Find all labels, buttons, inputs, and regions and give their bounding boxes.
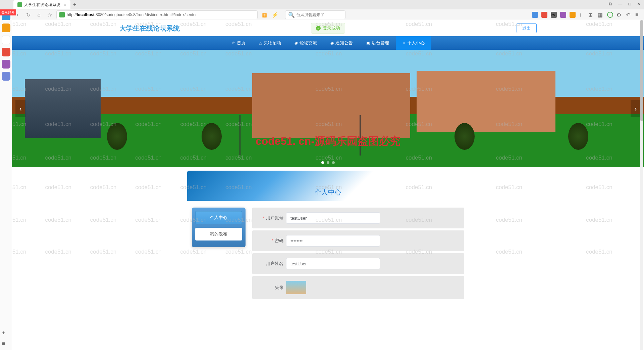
密码-input[interactable] <box>286 235 380 247</box>
undo-icon[interactable]: ↶ <box>626 12 632 18</box>
carousel: ‹ › code51. cn-源码乐园盗图必究 <box>12 50 644 167</box>
url-text: http://localhost:8080/springbootee0s8/fr… <box>67 12 197 17</box>
sidebar-discord-icon[interactable] <box>2 72 10 81</box>
form-label: *密码 <box>258 238 283 244</box>
tree-graphic <box>202 123 222 150</box>
carousel-prev-button[interactable]: ‹ <box>15 100 25 117</box>
browser-tab[interactable]: 大学生在线论坛系统 × <box>13 0 70 9</box>
success-toast: 登录成功 <box>311 23 345 34</box>
sidebar-assistant-icon[interactable] <box>2 60 10 69</box>
browser-chrome: 大学生在线论坛系统 × + ‹ › ↻ ⌂ ☆ http://localhost… <box>0 0 644 20</box>
card-body: 个人中心我的发布 *用户账号*密码用户姓名头像 <box>187 201 469 308</box>
nav-item-论坛交流[interactable]: ◉论坛交流 <box>288 36 324 50</box>
nav-label: 论坛交流 <box>300 40 317 46</box>
url-box[interactable]: http://localhost:8080/springbootee0s8/fr… <box>56 10 258 19</box>
address-bar: ‹ › ↻ ⌂ ☆ http://localhost:8080/springbo… <box>0 9 644 20</box>
用户姓名-input[interactable] <box>286 258 380 269</box>
weibo-icon[interactable] <box>541 12 547 18</box>
tree-graphic <box>568 123 588 150</box>
menu-icon[interactable]: ≡ <box>635 12 641 18</box>
nav-label: 通知公告 <box>335 40 353 46</box>
carousel-dot[interactable] <box>321 161 324 164</box>
tab-bar: 大学生在线论坛系统 × + <box>0 0 644 9</box>
menu-button-我的发布[interactable]: 我的发布 <box>195 228 242 240</box>
content-card: 个人中心 个人中心我的发布 *用户账号*密码用户姓名头像 <box>187 171 469 308</box>
mail-icon[interactable] <box>532 12 538 18</box>
form-row-头像: 头像 <box>252 276 464 299</box>
watermark-red: code51. cn-源码乐园盗图必究 <box>256 134 400 149</box>
toolbar-icons: ✂ ↓ ⊞ ▦ ⚙ ↶ ≡ <box>532 12 641 18</box>
page-content: 大学生在线论坛系统 登录成功 退出 ☆首页△失物招领◉论坛交流◉通知公告▣后台管… <box>12 20 644 308</box>
favorite-button[interactable]: ☆ <box>46 11 54 19</box>
side-menu: 个人中心我的发布 <box>192 208 246 247</box>
tab-close-icon[interactable]: × <box>64 2 66 7</box>
carousel-dot[interactable] <box>327 161 329 164</box>
scrollbar[interactable] <box>640 20 643 311</box>
form-row-用户姓名: 用户姓名 <box>252 253 464 274</box>
nav-item-个人中心[interactable]: ♀个人中心 <box>396 36 431 50</box>
home-button[interactable]: ⌂ <box>35 11 43 19</box>
form-row-用户账号: *用户账号 <box>252 208 464 228</box>
bolt-icon[interactable]: ⚡ <box>271 11 279 19</box>
sidebar-star-icon[interactable] <box>2 24 10 32</box>
apps-icon[interactable]: ▦ <box>598 12 604 18</box>
tab-title: 大学生在线论坛系统 <box>24 2 60 8</box>
puzzle-icon[interactable]: ⊞ <box>588 12 594 18</box>
minimize-icon[interactable]: — <box>618 1 622 7</box>
close-window-icon[interactable]: ✕ <box>637 1 641 7</box>
shield-ext-icon[interactable] <box>570 12 576 18</box>
nav-icon: ◉ <box>330 41 334 45</box>
lamp-graphic <box>239 115 240 156</box>
new-tab-button[interactable]: + <box>73 2 76 8</box>
tree-graphic <box>107 123 127 150</box>
nav-icon: ◉ <box>294 41 298 45</box>
card-header: 个人中心 <box>187 171 469 201</box>
用户账号-input[interactable] <box>286 212 380 224</box>
tab-favicon-icon <box>17 2 22 7</box>
search-input[interactable] <box>296 12 342 17</box>
main-nav: ☆首页△失物招领◉论坛交流◉通知公告▣后台管理♀个人中心 <box>12 36 644 50</box>
sidebar-chat-icon[interactable] <box>2 36 10 44</box>
search-box[interactable]: 🔍 <box>285 10 345 19</box>
form-row-密码: *密码 <box>252 230 464 251</box>
form-label: 用户姓名 <box>258 261 283 267</box>
maximize-icon[interactable]: □ <box>628 1 631 7</box>
nav-icon: ▣ <box>366 41 370 45</box>
carousel-dots <box>321 161 335 164</box>
success-text: 登录成功 <box>323 25 340 31</box>
purple-ext-icon[interactable] <box>560 12 566 18</box>
window-controls: ⧉ — □ ✕ <box>609 1 641 7</box>
gear-icon[interactable]: ⚙ <box>616 12 623 18</box>
nav-label: 首页 <box>237 40 246 46</box>
card-title: 个人中心 <box>315 188 341 197</box>
nav-item-首页[interactable]: ☆首页 <box>225 36 252 50</box>
scrollbar-thumb[interactable] <box>640 20 643 121</box>
nav-item-通知公告[interactable]: ◉通知公告 <box>324 36 360 50</box>
circle-icon[interactable] <box>607 12 613 18</box>
form-area: *用户账号*密码用户姓名头像 <box>252 208 464 301</box>
tab-overview-icon[interactable]: ⧉ <box>609 1 612 7</box>
building-graphic <box>25 79 101 138</box>
site-title: 大学生在线论坛系统 <box>119 24 180 33</box>
site-header: 大学生在线论坛系统 登录成功 退出 <box>12 20 644 36</box>
form-label: 头像 <box>258 285 283 291</box>
qr-icon[interactable]: ▦ <box>260 11 268 19</box>
scissors-icon[interactable]: ✂ <box>551 12 557 18</box>
shield-icon <box>59 12 65 17</box>
carousel-next-button[interactable]: › <box>631 100 641 117</box>
reload-button[interactable]: ↻ <box>24 11 32 19</box>
nav-item-失物招领[interactable]: △失物招领 <box>252 36 288 50</box>
sidebar-ai-icon[interactable] <box>2 48 10 56</box>
login-badge[interactable]: 登录账号 <box>0 9 16 15</box>
avatar-preview[interactable] <box>286 281 306 294</box>
nav-icon: △ <box>259 41 262 45</box>
form-label: *用户账号 <box>258 215 283 221</box>
building-graphic <box>252 73 410 138</box>
menu-button-个人中心[interactable]: 个人中心 <box>195 211 242 224</box>
nav-item-后台管理[interactable]: ▣后台管理 <box>360 36 396 50</box>
nav-icon: ☆ <box>231 41 235 45</box>
carousel-dot[interactable] <box>332 161 335 164</box>
browser-sidebar <box>0 9 12 311</box>
logout-button[interactable]: 退出 <box>517 23 537 33</box>
download-icon[interactable]: ↓ <box>579 12 585 18</box>
